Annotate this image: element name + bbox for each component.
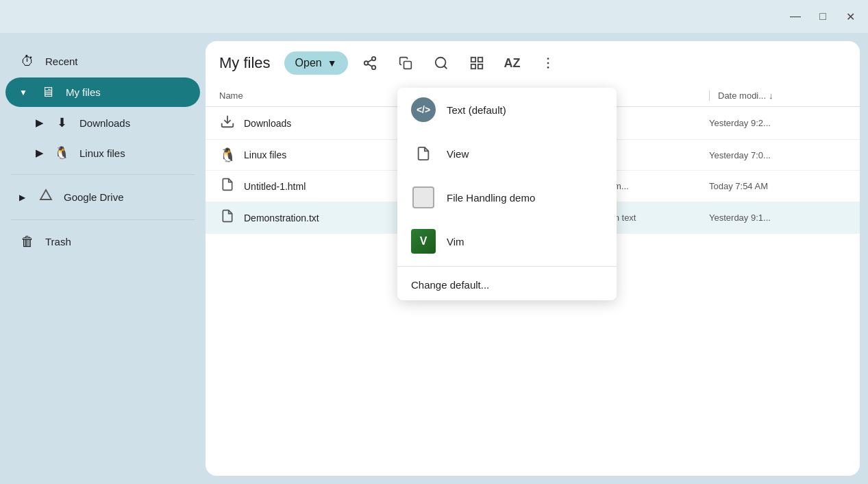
sort-button[interactable]: AZ	[499, 49, 526, 77]
dropdown-item-file-handling[interactable]: File Handling demo	[397, 176, 617, 219]
google-drive-icon	[38, 189, 54, 206]
file-date-linux: Yesterday 7:0...	[709, 150, 846, 160]
dropdown-change-default[interactable]: Change default...	[397, 269, 617, 300]
open-dropdown-arrow: ▼	[327, 58, 337, 69]
svg-rect-6	[404, 62, 411, 69]
copy-button[interactable]	[392, 49, 419, 77]
header-date-modified[interactable]: Date modi... ↓	[709, 90, 846, 101]
sidebar-item-trash-label: Trash	[45, 236, 71, 247]
file-date-downloads: Yesterday 9:2...	[709, 118, 846, 128]
text-default-icon: </>	[411, 97, 436, 122]
chevron-right-icon-3: ▶	[19, 193, 25, 202]
close-button[interactable]: ✕	[843, 10, 857, 23]
grid-view-button[interactable]	[463, 49, 491, 77]
open-dropdown-menu: </> Text (default) View File Handling de…	[397, 88, 617, 300]
svg-point-14	[547, 62, 549, 64]
vim-icon: V	[411, 229, 436, 254]
dropdown-change-default-label: Change default...	[411, 279, 489, 291]
page-title: My files	[219, 54, 271, 72]
chevron-down-icon: ▼	[19, 88, 27, 97]
sidebar-item-recent-label: Recent	[45, 56, 78, 67]
sidebar-item-recent[interactable]: ⏱ Recent	[5, 47, 200, 76]
sidebar-item-my-files[interactable]: ▼ 🖥 My files	[5, 77, 200, 107]
maximize-button[interactable]: □	[816, 10, 830, 23]
sidebar-divider-1	[11, 174, 195, 175]
svg-rect-11	[471, 64, 475, 69]
sidebar: ⏱ Recent ▼ 🖥 My files ▶ ⬇ Downloads ▶ 🐧 …	[0, 41, 206, 476]
dropdown-item-text-default-label: Text (default)	[447, 104, 506, 116]
svg-point-7	[435, 58, 445, 68]
chevron-right-icon: ▶	[36, 117, 44, 129]
downloads-file-icon	[219, 114, 236, 132]
dropdown-item-vim-label: Vim	[447, 236, 464, 247]
svg-line-4	[367, 64, 371, 66]
linux-files-icon: 🐧	[53, 145, 70, 160]
sidebar-item-my-files-label: My files	[66, 86, 101, 98]
sidebar-item-downloads-label: Downloads	[79, 117, 130, 129]
downloads-icon: ⬇	[53, 115, 70, 130]
share-button[interactable]	[356, 49, 384, 77]
sidebar-item-downloads[interactable]: ▶ ⬇ Downloads	[5, 108, 200, 137]
toolbar: My files Open ▼	[206, 41, 860, 85]
sidebar-item-google-drive[interactable]: ▶ Google Drive	[5, 182, 200, 213]
chevron-right-icon-2: ▶	[36, 147, 44, 159]
open-button-label: Open	[295, 57, 322, 69]
file-date-untitled: Today 7:54 AM	[709, 181, 846, 191]
open-button[interactable]: Open ▼	[284, 51, 348, 75]
my-files-icon: 🖥	[40, 84, 56, 100]
file-date-demonstration: Yesterday 9:1...	[709, 213, 846, 223]
sidebar-item-trash[interactable]: 🗑 Trash	[5, 227, 200, 256]
dropdown-item-text-default[interactable]: </> Text (default)	[397, 88, 617, 132]
svg-point-2	[364, 61, 368, 65]
dropdown-item-view[interactable]: View	[397, 132, 617, 176]
svg-rect-9	[471, 58, 475, 62]
minimize-button[interactable]: —	[789, 10, 802, 23]
sidebar-divider-2	[11, 219, 195, 220]
sidebar-item-linux-files-label: Linux files	[79, 147, 125, 159]
svg-line-5	[367, 60, 371, 62]
main-panel: My files Open ▼	[206, 41, 860, 476]
dropdown-divider	[397, 266, 617, 267]
dropdown-item-vim[interactable]: V Vim	[397, 219, 617, 263]
svg-rect-12	[478, 64, 482, 69]
dropdown-item-file-handling-label: File Handling demo	[447, 192, 535, 204]
more-options-button[interactable]	[534, 49, 562, 77]
untitled-file-icon	[219, 178, 236, 195]
demonstration-file-icon	[219, 209, 236, 226]
app-container: ⏱ Recent ▼ 🖥 My files ▶ ⬇ Downloads ▶ 🐧 …	[0, 33, 868, 484]
svg-point-15	[547, 66, 549, 69]
svg-rect-10	[478, 58, 482, 62]
trash-icon: 🗑	[19, 234, 36, 250]
dropdown-item-view-label: View	[447, 148, 469, 160]
recent-icon: ⏱	[19, 53, 36, 69]
svg-line-8	[444, 66, 447, 69]
title-bar: — □ ✕	[0, 0, 868, 33]
svg-point-13	[547, 58, 549, 60]
sort-icon: AZ	[504, 56, 521, 71]
search-button[interactable]	[427, 49, 455, 77]
file-handling-icon	[411, 185, 436, 210]
svg-point-3	[371, 66, 375, 70]
svg-point-1	[371, 57, 375, 61]
sidebar-item-linux-files[interactable]: ▶ 🐧 Linux files	[5, 138, 200, 167]
sidebar-item-google-drive-label: Google Drive	[64, 191, 124, 203]
view-icon	[411, 141, 436, 166]
svg-marker-0	[40, 190, 51, 199]
linux-file-icon: 🐧	[219, 147, 236, 163]
